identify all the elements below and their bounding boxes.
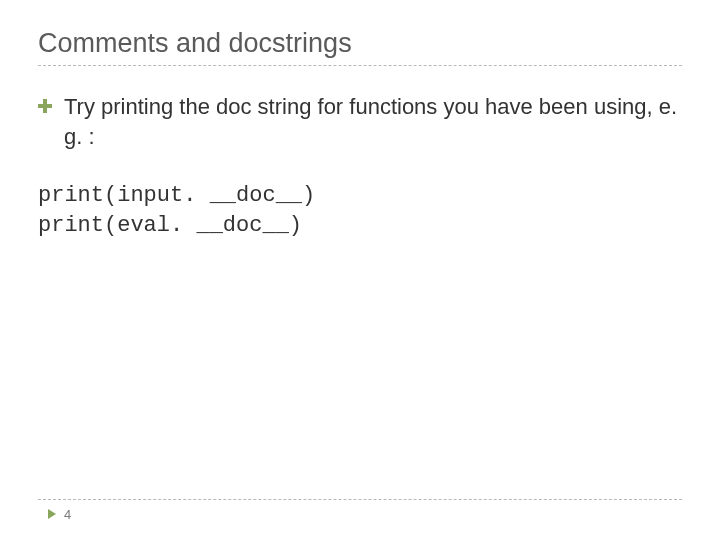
- code-line-2: print(eval. __doc__): [38, 213, 302, 238]
- title-divider: [38, 65, 682, 66]
- play-icon: [48, 505, 58, 523]
- bullet-text: Try printing the doc string for function…: [64, 92, 682, 151]
- code-block: print(input. __doc__) print(eval. __doc_…: [38, 181, 682, 240]
- footer: 4: [48, 505, 71, 523]
- bullet-item: Try printing the doc string for function…: [38, 92, 682, 151]
- svg-rect-1: [38, 104, 52, 108]
- footer-divider: [38, 499, 682, 500]
- page-number: 4: [64, 507, 71, 522]
- bullet-icon: [38, 99, 52, 117]
- slide-title: Comments and docstrings: [38, 28, 682, 59]
- svg-marker-2: [48, 509, 56, 519]
- code-line-1: print(input. __doc__): [38, 183, 315, 208]
